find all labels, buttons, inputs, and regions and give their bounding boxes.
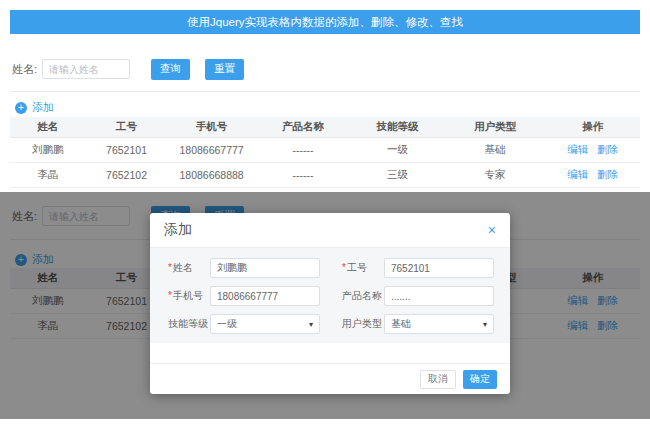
cell-name: 刘鹏鹏 bbox=[10, 143, 86, 157]
close-icon[interactable]: × bbox=[488, 223, 496, 237]
chevron-down-icon: ▾ bbox=[309, 320, 313, 329]
col-header-ops: 操作 bbox=[545, 120, 640, 134]
cell-ops: 编辑 删除 bbox=[545, 168, 640, 182]
user-type-value: 基础 bbox=[391, 317, 411, 331]
cell-level: 一级 bbox=[350, 143, 445, 157]
col-header-phone: 手机号 bbox=[167, 120, 255, 134]
job-id-field[interactable] bbox=[384, 258, 494, 278]
col-header-job-id: 工号 bbox=[86, 120, 168, 134]
required-mark: * bbox=[168, 290, 172, 301]
data-table: 姓名 工号 手机号 产品名称 技能等级 用户类型 操作 刘鹏鹏 7652101 … bbox=[10, 117, 640, 188]
add-link-label: 添加 bbox=[32, 100, 54, 115]
confirm-button[interactable]: 确定 bbox=[463, 370, 497, 389]
form-row: *姓名 *工号 bbox=[168, 257, 494, 279]
field-job-id: *工号 bbox=[342, 258, 494, 278]
search-form: 姓名: 查询 重置 bbox=[12, 57, 244, 81]
field-name: *姓名 bbox=[168, 258, 320, 278]
screen: 使用Jquery实现表格内数据的添加、删除、修改、查找 姓名: 查询 重置 + … bbox=[0, 0, 650, 425]
bottom-strip bbox=[0, 419, 650, 425]
search-input[interactable] bbox=[42, 59, 130, 79]
field-phone: *手机号 bbox=[168, 286, 320, 306]
col-header-level: 技能等级 bbox=[350, 120, 445, 134]
section-divider bbox=[10, 91, 640, 92]
field-skill-level: 技能等级 一级 ▾ bbox=[168, 314, 320, 334]
name-field[interactable] bbox=[210, 258, 320, 278]
cell-type: 专家 bbox=[445, 168, 546, 182]
delete-link[interactable]: 删除 bbox=[597, 143, 618, 155]
col-header-product: 产品名称 bbox=[256, 120, 351, 134]
cell-phone: 18086668888 bbox=[167, 169, 255, 181]
cell-type: 基础 bbox=[445, 143, 546, 157]
cell-job-id: 7652102 bbox=[86, 169, 168, 181]
col-header-name: 姓名 bbox=[10, 120, 86, 134]
product-field[interactable] bbox=[384, 286, 494, 306]
field-user-type: 用户类型 基础 ▾ bbox=[342, 314, 494, 334]
query-button[interactable]: 查询 bbox=[151, 59, 190, 80]
modal-title: 添加 bbox=[164, 221, 192, 239]
job-id-field-label: 工号 bbox=[347, 262, 367, 273]
form-row: 技能等级 一级 ▾ 用户类型 基础 ▾ bbox=[168, 313, 494, 335]
type-field-label: 用户类型 bbox=[342, 317, 384, 331]
name-field-label: 姓名 bbox=[173, 262, 193, 273]
modal-footer: 取消 确定 bbox=[150, 363, 510, 394]
table-header-row: 姓名 工号 手机号 产品名称 技能等级 用户类型 操作 bbox=[10, 117, 640, 138]
name-label: 姓名: bbox=[12, 62, 37, 77]
cell-ops: 编辑 删除 bbox=[545, 143, 640, 157]
level-field-label: 技能等级 bbox=[168, 317, 210, 331]
cell-level: 三级 bbox=[350, 168, 445, 182]
cell-job-id: 7652101 bbox=[86, 144, 168, 156]
field-product: 产品名称 bbox=[342, 286, 494, 306]
main-page: 使用Jquery实现表格内数据的添加、删除、修改、查找 姓名: 查询 重置 + … bbox=[0, 0, 650, 192]
add-link[interactable]: + 添加 bbox=[15, 100, 54, 115]
modal-page: 姓名: 查询 重置 + 添加 姓名 工号 手机号 产品名称 技能等级 用户类型 … bbox=[0, 192, 650, 419]
form-row: *手机号 产品名称 bbox=[168, 285, 494, 307]
col-header-type: 用户类型 bbox=[445, 120, 546, 134]
product-field-label: 产品名称 bbox=[342, 289, 384, 303]
page-title: 使用Jquery实现表格内数据的添加、删除、修改、查找 bbox=[10, 10, 640, 34]
required-mark: * bbox=[168, 262, 172, 273]
phone-field-label: 手机号 bbox=[173, 290, 203, 301]
add-circle-icon: + bbox=[15, 102, 27, 114]
table-row: 李晶 7652102 18086668888 ------ 三级 专家 编辑 删… bbox=[10, 163, 640, 188]
cell-name: 李晶 bbox=[10, 168, 86, 182]
required-mark: * bbox=[342, 262, 346, 273]
cell-phone: 18086667777 bbox=[167, 144, 255, 156]
modal-form: *姓名 *工号 *手机号 产品名称 bbox=[150, 248, 510, 343]
cell-product: ------ bbox=[256, 169, 351, 181]
edit-link[interactable]: 编辑 bbox=[567, 168, 588, 180]
modal-header: 添加 × bbox=[150, 213, 510, 248]
edit-link[interactable]: 编辑 bbox=[567, 143, 588, 155]
add-modal: 添加 × *姓名 *工号 *手机号 bbox=[150, 213, 510, 394]
phone-field[interactable] bbox=[210, 286, 320, 306]
skill-level-value: 一级 bbox=[217, 317, 237, 331]
skill-level-select[interactable]: 一级 ▾ bbox=[210, 314, 320, 334]
reset-button[interactable]: 重置 bbox=[205, 59, 244, 80]
user-type-select[interactable]: 基础 ▾ bbox=[384, 314, 494, 334]
chevron-down-icon: ▾ bbox=[483, 320, 487, 329]
delete-link[interactable]: 删除 bbox=[597, 168, 618, 180]
table-row: 刘鹏鹏 7652101 18086667777 ------ 一级 基础 编辑 … bbox=[10, 138, 640, 163]
cell-product: ------ bbox=[256, 144, 351, 156]
cancel-button[interactable]: 取消 bbox=[420, 370, 456, 389]
